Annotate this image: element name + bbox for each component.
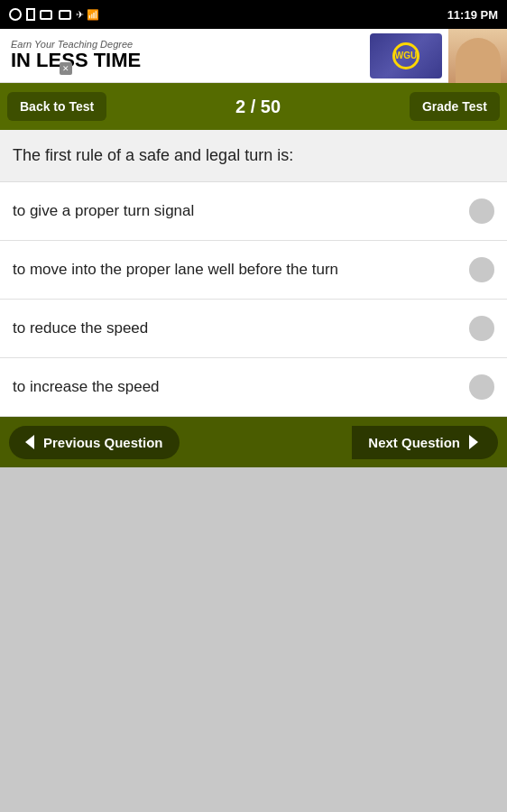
image2-icon bbox=[59, 10, 71, 20]
recycle-icon bbox=[9, 8, 22, 21]
answer-label-1: to give a proper turn signal bbox=[13, 201, 460, 221]
nav-bar: Back to Test 2 / 50 Grade Test bbox=[0, 83, 507, 130]
question-progress: 2 / 50 bbox=[235, 97, 281, 117]
image-icon bbox=[40, 10, 52, 20]
status-time: 11:19 PM bbox=[447, 8, 498, 22]
back-to-test-button[interactable]: Back to Test bbox=[7, 92, 106, 121]
next-question-button[interactable]: Next Question bbox=[352, 426, 498, 459]
question-section: The first rule of a safe and legal turn … bbox=[0, 130, 507, 182]
prev-button-label: Previous Question bbox=[43, 435, 163, 450]
previous-question-button[interactable]: Previous Question bbox=[9, 426, 180, 459]
sd-card-icon bbox=[26, 8, 35, 21]
ad-logo-label: WGU bbox=[395, 51, 417, 60]
radio-button-2[interactable] bbox=[469, 257, 494, 282]
answers-section: to give a proper turn signal to move int… bbox=[0, 182, 507, 417]
arrow-right-icon bbox=[469, 435, 478, 449]
gray-area bbox=[0, 467, 507, 720]
radio-button-1[interactable] bbox=[469, 198, 494, 224]
ad-banner: Earn Your Teaching Degree IN LESS TIME W… bbox=[0, 29, 507, 83]
answer-label-4: to increase the speed bbox=[13, 377, 460, 397]
next-button-label: Next Question bbox=[368, 435, 460, 450]
arrow-left-icon bbox=[25, 435, 34, 449]
radio-button-3[interactable] bbox=[469, 316, 494, 341]
status-icons: ✈ 📶 bbox=[9, 8, 99, 21]
answer-option-4[interactable]: to increase the speed bbox=[0, 358, 507, 417]
ad-logo-circle: WGU bbox=[392, 42, 419, 69]
status-bar: ✈ 📶 11:19 PM bbox=[0, 0, 507, 29]
answer-label-2: to move into the proper lane well before… bbox=[13, 260, 460, 280]
grade-test-button[interactable]: Grade Test bbox=[410, 92, 500, 121]
ad-close-button[interactable]: ✕ bbox=[60, 62, 72, 75]
question-text: The first rule of a safe and legal turn … bbox=[13, 146, 293, 164]
radio-button-4[interactable] bbox=[469, 374, 494, 400]
ad-logo: WGU bbox=[370, 33, 442, 78]
answer-option-1[interactable]: to give a proper turn signal bbox=[0, 182, 507, 241]
ad-image bbox=[448, 29, 507, 83]
answer-option-2[interactable]: to move into the proper lane well before… bbox=[0, 241, 507, 300]
bottom-bar: Previous Question Next Question bbox=[0, 417, 507, 467]
answer-label-3: to reduce the speed bbox=[13, 318, 460, 338]
ad-woman-shape bbox=[456, 38, 501, 83]
signal-icon: ✈ 📶 bbox=[76, 9, 99, 21]
answer-option-3[interactable]: to reduce the speed bbox=[0, 300, 507, 358]
